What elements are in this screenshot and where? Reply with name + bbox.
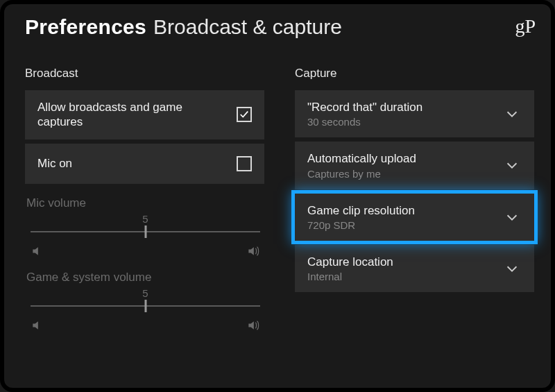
page-header: Preferences Broadcast & capture <box>25 15 534 39</box>
capture-location-label: Capture location <box>307 255 393 269</box>
checkmark-icon <box>239 110 249 119</box>
mic-volume-value: 5 <box>26 213 264 225</box>
sys-volume-value: 5 <box>26 287 264 299</box>
header-title-light: Broadcast & capture <box>153 15 342 39</box>
mic-volume-block: Mic volume 5 <box>25 188 264 262</box>
record-that-value: 30 seconds <box>307 116 422 128</box>
mic-volume-label: Mic volume <box>26 196 264 210</box>
sys-volume-block: Game & system volume 5 <box>25 262 264 336</box>
auto-upload-row[interactable]: Automatically upload Captures by me <box>295 142 534 189</box>
game-clip-resolution-row[interactable]: Game clip resolution 720p SDR <box>295 194 534 241</box>
volume-mute-icon <box>31 318 44 335</box>
broadcast-section-title: Broadcast <box>25 67 264 80</box>
broadcast-column: Broadcast Allow broadcasts and game capt… <box>25 67 264 336</box>
capture-column: Capture "Record that" duration 30 second… <box>295 67 534 336</box>
auto-upload-value: Captures by me <box>307 168 416 180</box>
record-that-row[interactable]: "Record that" duration 30 seconds <box>295 90 534 137</box>
watermark: gP <box>515 15 536 37</box>
chevron-down-icon <box>502 155 522 175</box>
chevron-down-icon <box>502 104 522 123</box>
volume-max-icon <box>246 318 260 335</box>
mic-on-row[interactable]: Mic on <box>25 144 264 184</box>
capture-location-value: Internal <box>307 271 393 282</box>
mic-volume-slider[interactable] <box>31 225 260 239</box>
record-that-label: "Record that" duration <box>307 100 422 114</box>
game-clip-resolution-value: 720p SDR <box>307 219 415 231</box>
game-clip-resolution-label: Game clip resolution <box>307 203 415 218</box>
capture-location-row[interactable]: Capture location Internal <box>295 245 534 292</box>
volume-max-icon <box>246 244 260 261</box>
sys-volume-slider[interactable] <box>31 299 260 313</box>
mic-on-label: Mic on <box>37 156 72 171</box>
header-title-bold: Preferences <box>25 15 146 39</box>
chevron-down-icon <box>502 207 522 227</box>
sys-volume-label: Game & system volume <box>26 271 264 284</box>
volume-mute-icon <box>31 244 44 261</box>
capture-section-title: Capture <box>295 67 534 80</box>
allow-broadcasts-label: Allow broadcasts and game captures <box>37 100 197 130</box>
chevron-down-icon <box>502 259 522 278</box>
auto-upload-label: Automatically upload <box>307 151 416 166</box>
allow-broadcasts-checkbox[interactable] <box>237 107 252 122</box>
allow-broadcasts-row[interactable]: Allow broadcasts and game captures <box>25 90 264 139</box>
mic-on-checkbox[interactable] <box>237 156 252 171</box>
